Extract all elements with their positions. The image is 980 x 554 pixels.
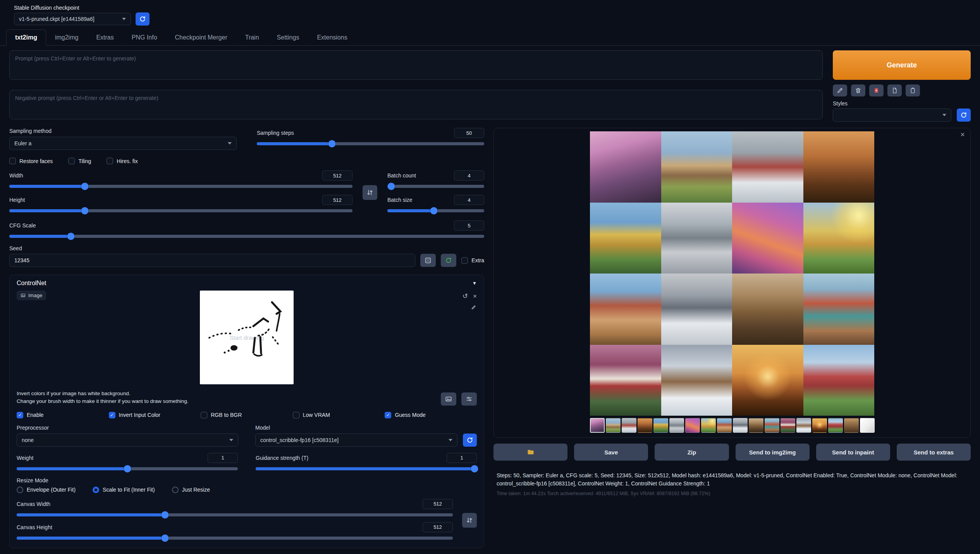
gallery-thumbnail[interactable]: [685, 418, 700, 433]
tab-extras[interactable]: Extras: [87, 29, 122, 46]
styles-dropdown[interactable]: [833, 108, 951, 122]
slider-handle[interactable]: [471, 465, 478, 472]
gallery-thumbnail[interactable]: [796, 418, 811, 433]
resize-mode-just-resize-radio[interactable]: Just Resize: [172, 487, 210, 493]
gallery-thumbnail[interactable]: [844, 418, 859, 433]
invert-input-color-checkbox[interactable]: ✓ Invert Input Color: [109, 412, 201, 418]
restore-faces-checkbox[interactable]: Restore faces: [9, 158, 53, 164]
gallery-thumbnail[interactable]: [669, 418, 684, 433]
canvas-height-value[interactable]: 512: [423, 522, 453, 532]
save-style-button[interactable]: [906, 84, 920, 96]
gallery-thumbnail[interactable]: [606, 418, 621, 433]
extra-networks-button[interactable]: [869, 84, 884, 96]
extra-seed-checkbox[interactable]: Extra: [461, 257, 484, 264]
batch-count-value[interactable]: 4: [454, 170, 484, 181]
canvas-height-slider[interactable]: [17, 535, 453, 542]
gallery-image[interactable]: [732, 345, 803, 416]
slider-handle[interactable]: [124, 465, 131, 472]
slider-handle[interactable]: [388, 183, 395, 190]
seed-input[interactable]: [9, 254, 415, 267]
paste-params-button[interactable]: [833, 84, 847, 96]
gallery-thumbnail[interactable]: [701, 418, 716, 433]
brush-icon[interactable]: [471, 304, 477, 310]
gallery-thumbnail[interactable]: [860, 418, 875, 433]
gallery-thumbnail[interactable]: [733, 418, 748, 433]
gallery-thumbnail[interactable]: [653, 418, 668, 433]
checkpoint-dropdown[interactable]: v1-5-pruned.ckpt [e1441589a6]: [14, 13, 131, 25]
gallery-thumbnail[interactable]: [717, 418, 732, 433]
gallery-thumbnail[interactable]: [590, 418, 605, 433]
gallery-image[interactable]: [732, 274, 803, 345]
gallery-thumbnail[interactable]: [765, 418, 779, 433]
batch-count-slider[interactable]: [387, 183, 484, 190]
open-folder-button[interactable]: [493, 444, 567, 461]
canvas-width-value[interactable]: 512: [423, 499, 453, 509]
refresh-models-button[interactable]: [463, 434, 477, 447]
sampling-steps-slider[interactable]: [257, 140, 484, 147]
weight-value[interactable]: 1: [208, 453, 238, 463]
gallery-image[interactable]: [803, 203, 875, 274]
gallery-thumbnail[interactable]: [781, 418, 795, 433]
gallery-thumbnail[interactable]: [638, 418, 652, 433]
tab-checkpoint-merger[interactable]: Checkpoint Merger: [166, 29, 236, 46]
refresh-styles-button[interactable]: [957, 108, 971, 122]
send-to-inpaint-button[interactable]: Send to inpaint: [816, 444, 890, 461]
gallery-image[interactable]: [661, 345, 732, 416]
gallery-thumbnail[interactable]: [812, 418, 827, 433]
rgb-to-bgr-checkbox[interactable]: RGB to BGR: [201, 412, 293, 418]
brush-settings-button[interactable]: [461, 392, 477, 406]
gallery-image[interactable]: [590, 345, 661, 416]
resize-mode-scale-to-fit-radio[interactable]: Scale to Fit (Inner Fit): [93, 487, 155, 493]
gallery-image[interactable]: [803, 131, 875, 203]
gallery-image[interactable]: [661, 203, 732, 274]
clear-canvas-icon[interactable]: ×: [473, 293, 477, 299]
gallery-image[interactable]: [732, 203, 803, 274]
clear-prompt-button[interactable]: [851, 84, 865, 96]
zip-button[interactable]: Zip: [655, 444, 729, 461]
gallery-thumbnail[interactable]: [749, 418, 763, 433]
gallery-image[interactable]: [590, 274, 661, 345]
slider-handle[interactable]: [328, 140, 335, 148]
tab-extensions[interactable]: Extensions: [308, 29, 356, 46]
undo-icon[interactable]: ↺: [462, 293, 468, 299]
slider-handle[interactable]: [67, 233, 75, 240]
gallery-image[interactable]: [661, 131, 732, 203]
gallery-image[interactable]: [803, 345, 875, 416]
close-gallery-icon[interactable]: ×: [960, 131, 965, 138]
tab-settings[interactable]: Settings: [268, 29, 308, 46]
slider-handle[interactable]: [81, 183, 88, 190]
resize-mode-envelope-radio[interactable]: Envelope (Outer Fit): [17, 487, 76, 493]
batch-size-slider[interactable]: [387, 207, 484, 214]
controlnet-enable-checkbox[interactable]: ✓ Enable: [17, 412, 109, 418]
collapse-caret-icon[interactable]: ▼: [472, 280, 477, 286]
swap-canvas-dimensions-button[interactable]: [462, 513, 477, 528]
gallery-image[interactable]: [803, 274, 875, 345]
sampling-method-dropdown[interactable]: Euler a: [9, 137, 237, 150]
random-seed-button[interactable]: [420, 254, 436, 267]
slider-handle[interactable]: [161, 511, 168, 518]
width-slider[interactable]: [9, 183, 352, 190]
apply-style-button[interactable]: [887, 84, 902, 96]
gallery-image[interactable]: [590, 203, 661, 274]
negative-prompt-input[interactable]: [9, 90, 823, 119]
guidance-strength-slider[interactable]: [256, 465, 477, 472]
low-vram-checkbox[interactable]: Low VRAM: [293, 412, 385, 418]
canvas-width-slider[interactable]: [17, 511, 453, 518]
tab-png-info[interactable]: PNG Info: [123, 29, 166, 46]
hires-fix-checkbox[interactable]: Hires. fix: [107, 158, 138, 164]
slider-handle[interactable]: [430, 207, 438, 215]
send-to-extras-button[interactable]: Send to extras: [897, 444, 971, 461]
gallery-thumbnail[interactable]: [622, 418, 636, 433]
guidance-strength-value[interactable]: 1: [447, 453, 477, 463]
slider-handle[interactable]: [81, 207, 88, 215]
tab-train[interactable]: Train: [236, 29, 268, 46]
cfg-scale-slider[interactable]: [9, 233, 484, 240]
guess-mode-checkbox[interactable]: ✓ Guess Mode: [385, 412, 477, 418]
generate-button[interactable]: Generate: [833, 50, 971, 80]
send-to-img2img-button[interactable]: Send to img2img: [736, 444, 810, 461]
height-value[interactable]: 512: [322, 195, 352, 205]
save-button[interactable]: Save: [574, 444, 648, 461]
gallery-image[interactable]: [732, 131, 803, 203]
height-slider[interactable]: [9, 207, 352, 214]
preprocess -dropdown[interactable]: none: [17, 434, 238, 447]
